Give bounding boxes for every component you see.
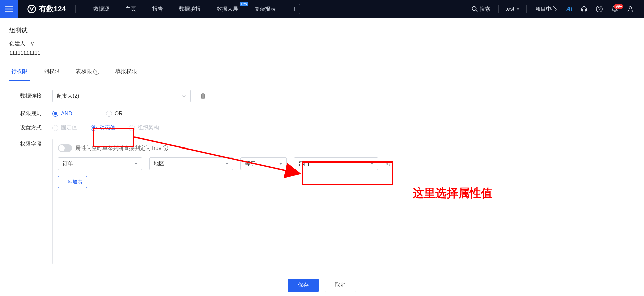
toggle-row: 属性为空时单条判断直接判定为True ? (58, 144, 415, 152)
add-table-button[interactable]: + 添加表 (58, 176, 87, 188)
radio-org-label: 组织架构 (138, 124, 159, 131)
row-field: 权限字段 属性为空时单条判断直接判定为True ? 订单 地区 (20, 139, 624, 264)
condition-row: 订单 地区 等于 部门 (58, 157, 415, 170)
form-area: 数据连接 超市大(2) 权限规则 AND OR 设置方式 固定值 (0, 81, 644, 281)
value-select[interactable]: 部门 (294, 157, 378, 170)
user-name: test (505, 6, 514, 12)
tab-row-permission[interactable]: 行权限 (9, 64, 30, 81)
null-true-toggle[interactable] (58, 144, 72, 152)
nav-dashboard[interactable]: 数据大屏 Pro (209, 0, 246, 18)
ai-link[interactable]: AI (562, 6, 576, 13)
rule-label: 权限规则 (20, 110, 52, 117)
data-conn-select[interactable]: 超市大(2) (52, 90, 191, 102)
nav-report[interactable]: 报告 (144, 0, 171, 18)
page-header: 组测试 创建人：y 11111111111 (0, 18, 644, 60)
operator-value: 等于 (245, 160, 256, 167)
top-right: 搜索 test 项目中心 AI 99+ (467, 0, 644, 18)
toggle-label: 属性为空时单条判断直接判定为True ? (75, 145, 168, 152)
headset-icon (580, 5, 588, 13)
radio-or-label: OR (115, 111, 123, 117)
radio-icon (106, 111, 112, 117)
radio-icon (91, 125, 97, 131)
profile-button[interactable] (623, 5, 638, 13)
operator-select[interactable]: 等于 (240, 157, 287, 170)
table-select[interactable]: 订单 (58, 157, 142, 170)
help-icon[interactable]: ? (163, 145, 168, 151)
description: 11111111111 (9, 50, 635, 56)
notification-button[interactable]: 99+ (607, 5, 623, 13)
tab-fill-permission[interactable]: 填报权限 (113, 64, 139, 81)
cancel-button[interactable]: 取消 (325, 279, 356, 292)
radio-fixed[interactable]: 固定值 (52, 124, 77, 131)
help-button[interactable] (592, 5, 607, 13)
hamburger-icon (5, 6, 13, 12)
divider (498, 5, 499, 13)
search-icon (472, 6, 478, 12)
profile-icon (627, 5, 634, 13)
radio-icon (52, 111, 58, 117)
tab-table-permission-label: 表权限 (76, 68, 92, 75)
logo-icon (27, 4, 36, 14)
headset-button[interactable] (576, 5, 592, 13)
table-select-value: 订单 (62, 160, 73, 167)
caret-down-icon (279, 163, 282, 165)
project-center-link[interactable]: 项目中心 (530, 6, 562, 13)
row-mode: 设置方式 固定值 动态值 组织架构 (20, 124, 624, 131)
tab-column-permission[interactable]: 列权限 (42, 64, 62, 81)
add-tab-button[interactable] (290, 4, 300, 14)
divider (526, 5, 527, 13)
trash-icon (200, 93, 206, 99)
toggle-text: 属性为空时单条判断直接判定为True (75, 145, 161, 152)
caret-down-icon (370, 163, 374, 165)
nav-dashboard-label: 数据大屏 (217, 6, 238, 13)
creator-line: 创建人：y (9, 40, 635, 47)
rule-radio-group: AND OR (52, 111, 123, 117)
nav-home[interactable]: 主页 (117, 0, 144, 18)
radio-and-label: AND (61, 111, 72, 117)
radio-and[interactable]: AND (52, 111, 72, 117)
radio-icon (129, 125, 135, 131)
radio-org[interactable]: 组织架构 (129, 124, 159, 131)
save-button[interactable]: 保存 (288, 279, 319, 292)
trash-icon (385, 161, 391, 167)
radio-dynamic[interactable]: 动态值 (91, 124, 115, 131)
page-title: 组测试 (9, 26, 635, 34)
caret-down-icon (134, 163, 138, 165)
notification-count: 99+ (614, 4, 623, 9)
radio-icon (52, 125, 58, 131)
caret-down-icon (516, 8, 520, 10)
mode-radio-group: 固定值 动态值 组织架构 (52, 124, 159, 131)
divider (75, 5, 76, 13)
row-rule: 权限规则 AND OR (20, 110, 624, 117)
search-button[interactable]: 搜索 (467, 6, 495, 13)
row-data-connection: 数据连接 超市大(2) (20, 90, 624, 102)
radio-or[interactable]: OR (106, 111, 123, 117)
tab-table-permission[interactable]: 表权限 ? (74, 64, 101, 81)
mode-label: 设置方式 (20, 124, 52, 131)
logo[interactable]: 有数124 (27, 4, 66, 14)
creator-label: 创建人： (9, 41, 31, 46)
plus-icon: + (62, 179, 66, 185)
user-dropdown[interactable]: test (502, 6, 523, 12)
footer-bar: 保存 取消 (0, 274, 644, 296)
help-icon[interactable]: ? (93, 69, 99, 75)
nav-datafill[interactable]: 数据填报 (171, 0, 209, 18)
field-select[interactable]: 地区 (149, 157, 233, 170)
data-conn-label: 数据连接 (20, 93, 52, 100)
creator-value: y (31, 41, 34, 46)
svg-point-0 (28, 5, 36, 13)
nav-datasource[interactable]: 数据源 (85, 0, 117, 18)
hamburger-menu[interactable] (0, 0, 18, 18)
delete-connection-button[interactable] (200, 93, 206, 99)
caret-down-icon (225, 163, 229, 165)
radio-fixed-label: 固定值 (61, 124, 77, 131)
delete-condition-button[interactable] (385, 161, 391, 167)
plus-icon (292, 7, 297, 11)
tabs: 行权限 列权限 表权限 ? 填报权限 (0, 64, 644, 81)
svg-point-1 (472, 7, 476, 11)
help-icon (596, 5, 603, 13)
nav-complex-report[interactable]: 复杂报表 (246, 0, 284, 18)
svg-point-3 (629, 7, 631, 9)
search-label: 搜索 (480, 6, 490, 13)
radio-dynamic-label: 动态值 (99, 124, 115, 131)
